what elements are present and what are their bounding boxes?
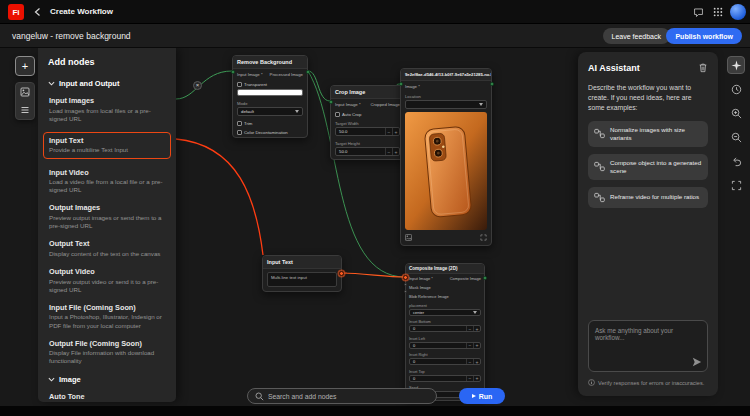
input-port-label: Input Image *	[409, 276, 433, 281]
run-button[interactable]: Run	[459, 388, 505, 404]
expand-icon[interactable]	[480, 234, 487, 241]
leave-feedback-button[interactable]: Leave feedback	[603, 28, 670, 44]
example-prompt-normalize[interactable]: Normalize images with size variants	[588, 121, 708, 147]
color-decontamination-checkbox[interactable]	[237, 130, 242, 135]
transparent-checkbox[interactable]	[237, 82, 242, 87]
decrement-button[interactable]: −	[466, 359, 473, 364]
increment-button[interactable]: +	[473, 326, 480, 331]
comments-button[interactable]	[690, 4, 706, 20]
document-title[interactable]: vangeluw - remove background	[12, 24, 131, 48]
node-item-output-images[interactable]: Output Images Preview output images or s…	[49, 203, 165, 230]
port-composite-image[interactable]	[483, 276, 487, 280]
back-button[interactable]	[30, 4, 46, 20]
ai-prompt-textarea[interactable]	[589, 321, 707, 371]
assets-button[interactable]	[15, 84, 35, 100]
decrement-button[interactable]: −	[385, 128, 392, 135]
port-blob-reference-image[interactable]	[404, 290, 407, 293]
output-port-label: Processed Image	[270, 72, 303, 77]
port-input-image[interactable]	[231, 70, 235, 74]
firefly-logo[interactable]: Fi	[8, 4, 24, 20]
node-item-input-text[interactable]: Input Text Provide a multiline Text Inpu…	[43, 132, 171, 159]
node-title: Crop Image	[331, 86, 404, 99]
port-text-output[interactable]	[339, 271, 344, 276]
chevron-down-icon	[48, 81, 55, 86]
multiline-text-field[interactable]: Multi-line text input	[267, 272, 337, 287]
node-remove-background[interactable]: Remove Background Input Image * Processe…	[232, 55, 308, 138]
workflow-canvas[interactable]: × Remove Background Input Image * Proces…	[0, 48, 750, 406]
port-input-image[interactable]	[329, 100, 333, 104]
node-item-input-file[interactable]: Input File (Coming Soon) Input a Photosh…	[49, 303, 165, 330]
inset-left-stepper[interactable]: 0 −+	[409, 342, 481, 349]
user-avatar[interactable]	[730, 4, 746, 20]
target-width-value: 50.0	[339, 129, 347, 134]
undo-button[interactable]	[727, 152, 745, 170]
increment-button[interactable]: +	[473, 376, 480, 381]
apps-grid-button[interactable]	[710, 4, 726, 20]
placement-select[interactable]: center	[409, 309, 481, 316]
templates-button[interactable]	[15, 102, 35, 118]
background-color-swatch[interactable]	[237, 89, 303, 96]
delete-edge-button[interactable]: ×	[193, 81, 202, 90]
ai-panel-title: AI Assistant	[588, 63, 640, 73]
publish-workflow-button[interactable]: Publish workflow	[666, 28, 742, 44]
ai-assistant-panel: AI Assistant Describe the workflow you w…	[578, 52, 718, 396]
node-search-bar[interactable]	[247, 388, 437, 404]
node-item-output-text[interactable]: Output Text Display content of the text …	[49, 239, 165, 258]
location-select[interactable]	[405, 100, 487, 109]
inset-bottom-stepper[interactable]: 0 −+	[409, 325, 481, 332]
search-input[interactable]	[268, 393, 429, 400]
port-processed-image[interactable]	[306, 70, 310, 74]
target-width-stepper[interactable]: 50.0 −+	[335, 127, 400, 136]
ai-prompt-input[interactable]	[588, 320, 708, 372]
fit-view-button[interactable]	[727, 176, 745, 194]
port-input-image[interactable]	[403, 275, 408, 280]
decrement-button[interactable]: −	[466, 326, 473, 331]
node-composite-image[interactable]: Composite Image (2D) Input Image * Compo…	[405, 263, 485, 401]
section-input-and-output[interactable]: Input and Output	[38, 79, 176, 88]
node-item-input-video[interactable]: Input Video Load a video file from a loc…	[49, 168, 165, 195]
trim-checkbox[interactable]	[237, 121, 242, 126]
example-prompt-compose[interactable]: Compose object into a generated scene	[588, 154, 708, 180]
port-mask-image[interactable]	[404, 283, 407, 286]
decrement-button[interactable]: −	[466, 376, 473, 381]
node-item-input-images[interactable]: Input Images Load images from local file…	[49, 96, 165, 123]
history-clock-icon	[731, 84, 742, 95]
plus-icon: +	[22, 60, 28, 72]
increment-button[interactable]: +	[392, 148, 399, 155]
increment-button[interactable]: +	[392, 128, 399, 135]
ai-disclaimer: Verify responses for errors or inaccurac…	[588, 379, 708, 386]
edge-inputtext-to-composite[interactable]	[342, 273, 405, 277]
node-input-text[interactable]: Input Text Multi-line text input	[262, 255, 342, 292]
app-title: Create Workflow	[50, 0, 113, 24]
edge-to-remove-background[interactable]	[176, 71, 232, 99]
node-item-auto-tone[interactable]: Auto Tone	[49, 392, 165, 401]
example-prompt-reframe[interactable]: Reframe video for multiple ratios	[588, 187, 708, 208]
ai-assistant-toggle-button[interactable]	[727, 56, 745, 74]
node-title: 9e2ef8ae-d546-4f13-b0f7-9e67a5e21285-no.…	[401, 69, 491, 81]
inset-top-stepper[interactable]: 0 −+	[409, 375, 481, 382]
inset-right-stepper[interactable]: 0 −+	[409, 358, 481, 365]
zoom-in-button[interactable]	[727, 104, 745, 122]
target-height-stepper[interactable]: 50.0 −+	[335, 147, 400, 156]
section-image[interactable]: Image	[38, 375, 176, 384]
mode-select[interactable]: default	[237, 107, 303, 116]
play-icon	[472, 394, 476, 398]
trash-icon[interactable]	[698, 62, 708, 73]
zoom-out-button[interactable]	[727, 128, 745, 146]
port-image-output[interactable]	[490, 82, 494, 86]
node-image-preview[interactable]: 9e2ef8ae-d546-4f13-b0f7-9e67a5e21285-no.…	[400, 68, 492, 246]
history-button[interactable]	[727, 80, 745, 98]
increment-button[interactable]: +	[473, 343, 480, 348]
decrement-button[interactable]: −	[466, 343, 473, 348]
workflow-icon	[594, 161, 605, 172]
add-nodes-tool-button[interactable]: +	[15, 56, 35, 76]
node-crop-image[interactable]: Crop Image Input Image * Cropped Image A…	[330, 85, 405, 160]
auto-crop-checkbox[interactable]	[335, 112, 340, 117]
image-preview[interactable]	[405, 112, 487, 230]
decrement-button[interactable]: −	[385, 148, 392, 155]
increment-button[interactable]: +	[473, 359, 480, 364]
node-item-output-video[interactable]: Output Video Preview output video or sen…	[49, 267, 165, 294]
port-image-input[interactable]	[399, 82, 403, 86]
send-icon[interactable]	[692, 357, 702, 367]
node-item-output-file[interactable]: Output File (Coming Soon) Display File i…	[49, 339, 165, 366]
